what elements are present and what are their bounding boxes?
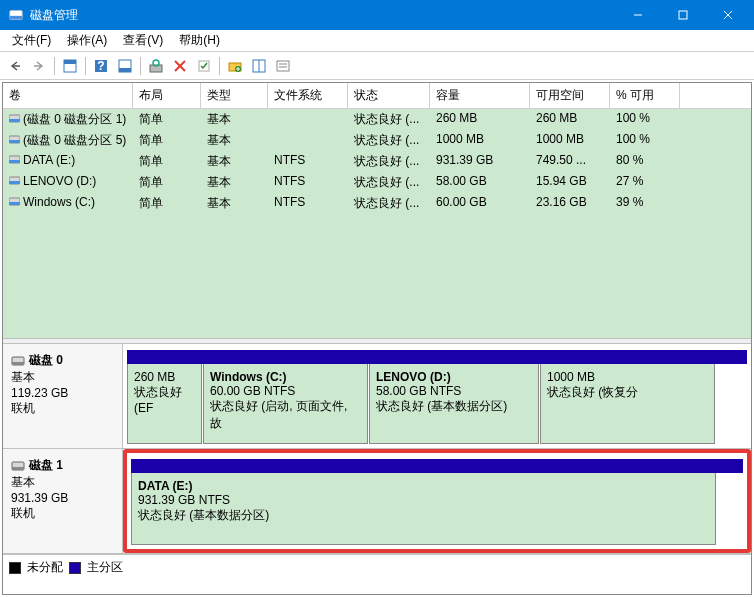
content-area: 卷 布局 类型 文件系统 状态 容量 可用空间 % 可用 (磁盘 0 磁盘分区 … — [2, 82, 752, 595]
col-percent[interactable]: % 可用 — [610, 83, 680, 108]
titlebar: 磁盘管理 — [0, 0, 754, 30]
disk-info[interactable]: 磁盘 1基本931.39 GB联机 — [3, 449, 123, 553]
check-icon[interactable] — [193, 55, 215, 77]
svg-rect-35 — [9, 181, 20, 184]
properties-icon[interactable] — [272, 55, 294, 77]
volume-list-pane[interactable]: 卷 布局 类型 文件系统 状态 容量 可用空间 % 可用 (磁盘 0 磁盘分区 … — [3, 83, 751, 338]
col-status[interactable]: 状态 — [348, 83, 430, 108]
legend: 未分配 主分区 — [3, 554, 751, 580]
help-icon[interactable]: ? — [90, 55, 112, 77]
col-filesystem[interactable]: 文件系统 — [268, 83, 348, 108]
svg-rect-33 — [9, 160, 20, 163]
svg-rect-39 — [12, 362, 24, 365]
disk-info[interactable]: 磁盘 0基本119.23 GB联机 — [3, 344, 123, 448]
menu-file[interactable]: 文件(F) — [4, 30, 59, 51]
minimize-button[interactable] — [615, 0, 660, 30]
disk-partitions: DATA (E:)931.39 GB NTFS状态良好 (基本数据分区) — [123, 449, 751, 553]
menu-help[interactable]: 帮助(H) — [171, 30, 228, 51]
svg-rect-13 — [119, 68, 131, 72]
svg-rect-9 — [64, 60, 76, 64]
svg-rect-31 — [9, 140, 20, 143]
volume-row[interactable]: DATA (E:)简单基本NTFS状态良好 (...931.39 GB749.5… — [3, 151, 751, 172]
back-button[interactable] — [4, 55, 26, 77]
toolbar-split-icon[interactable] — [248, 55, 270, 77]
col-type[interactable]: 类型 — [201, 83, 268, 108]
col-layout[interactable]: 布局 — [133, 83, 201, 108]
col-free[interactable]: 可用空间 — [530, 83, 610, 108]
partition[interactable]: DATA (E:)931.39 GB NTFS状态良好 (基本数据分区) — [131, 473, 716, 545]
legend-unallocated: 未分配 — [27, 559, 63, 576]
menu-view[interactable]: 查看(V) — [115, 30, 171, 51]
forward-button[interactable] — [28, 55, 50, 77]
window-title: 磁盘管理 — [30, 7, 615, 24]
volume-row[interactable]: Windows (C:)简单基本NTFS状态良好 (...60.00 GB23.… — [3, 193, 751, 214]
partition[interactable]: LENOVO (D:)58.00 GB NTFS状态良好 (基本数据分区) — [369, 364, 539, 444]
disk-row: 磁盘 1基本931.39 GB联机DATA (E:)931.39 GB NTFS… — [3, 449, 751, 554]
partition[interactable]: 1000 MB状态良好 (恢复分 — [540, 364, 715, 444]
legend-swatch-primary — [69, 562, 81, 574]
menu-action[interactable]: 操作(A) — [59, 30, 115, 51]
volume-header-row: 卷 布局 类型 文件系统 状态 容量 可用空间 % 可用 — [3, 83, 751, 109]
volume-row[interactable]: (磁盘 0 磁盘分区 1)简单基本状态良好 (...260 MB260 MB10… — [3, 109, 751, 130]
toolbar-view-top-icon[interactable] — [59, 55, 81, 77]
svg-rect-37 — [9, 202, 20, 205]
refresh-icon[interactable] — [145, 55, 167, 77]
volume-row[interactable]: (磁盘 0 磁盘分区 5)简单基本状态良好 (...1000 MB1000 MB… — [3, 130, 751, 151]
disk-graphic-pane[interactable]: 磁盘 0基本119.23 GB联机260 MB状态良好 (EFWindows (… — [3, 344, 751, 594]
disk-partitions: 260 MB状态良好 (EFWindows (C:)60.00 GB NTFS状… — [123, 344, 751, 448]
toolbar: ? — [0, 52, 754, 80]
close-button[interactable] — [705, 0, 750, 30]
svg-rect-29 — [9, 119, 20, 122]
legend-primary: 主分区 — [87, 559, 123, 576]
partition[interactable]: Windows (C:)60.00 GB NTFS状态良好 (启动, 页面文件,… — [203, 364, 368, 444]
svg-rect-25 — [277, 61, 289, 71]
volume-row[interactable]: LENOVO (D:)简单基本NTFS状态良好 (...58.00 GB15.9… — [3, 172, 751, 193]
col-volume[interactable]: 卷 — [3, 83, 133, 108]
legend-swatch-unallocated — [9, 562, 21, 574]
svg-rect-41 — [12, 467, 24, 470]
disk-row: 磁盘 0基本119.23 GB联机260 MB状态良好 (EFWindows (… — [3, 344, 751, 449]
svg-rect-3 — [679, 11, 687, 19]
menubar: 文件(F) 操作(A) 查看(V) 帮助(H) — [0, 30, 754, 52]
svg-rect-1 — [10, 16, 22, 20]
toolbar-view-bottom-icon[interactable] — [114, 55, 136, 77]
delete-icon[interactable] — [169, 55, 191, 77]
maximize-button[interactable] — [660, 0, 705, 30]
app-icon — [8, 7, 24, 23]
partition[interactable]: 260 MB状态良好 (EF — [127, 364, 202, 444]
folder-add-icon[interactable] — [224, 55, 246, 77]
svg-text:?: ? — [97, 59, 104, 73]
col-capacity[interactable]: 容量 — [430, 83, 530, 108]
